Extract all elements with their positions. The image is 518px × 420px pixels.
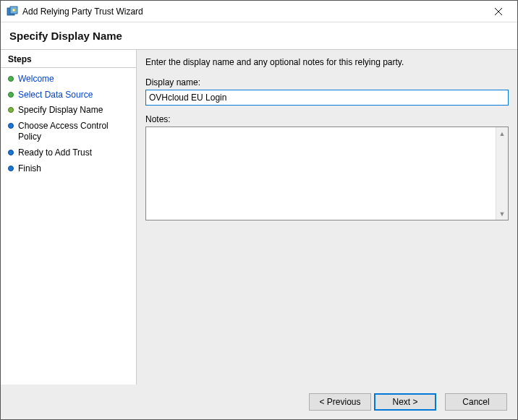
scroll-down-icon: ▼: [496, 207, 508, 220]
cancel-button[interactable]: Cancel: [445, 393, 507, 411]
steps-sidebar: Steps Welcome Select Data Source Specify…: [1, 50, 137, 385]
next-button[interactable]: Next >: [374, 393, 436, 411]
notes-scrollbar[interactable]: ▲ ▼: [496, 127, 508, 220]
window-title: Add Relying Party Trust Wizard: [22, 7, 484, 17]
step-bullet-icon: [8, 107, 14, 113]
svg-point-2: [12, 9, 15, 12]
step-bullet-icon: [8, 150, 14, 155]
step-label: Welcome: [18, 74, 54, 85]
step-bullet-icon: [8, 123, 14, 129]
notes-label: Notes:: [145, 114, 509, 124]
wizard-footer: < Previous Next > Cancel: [1, 385, 517, 419]
nav-button-group: < Previous Next >: [309, 393, 436, 411]
page-title: Specify Display Name: [9, 30, 509, 42]
step-label: Specify Display Name: [18, 105, 103, 116]
step-label: Finish: [18, 163, 41, 175]
step-label: Select Data Source: [18, 90, 93, 101]
step-bullet-icon: [8, 92, 14, 98]
step-specify-display-name: Specify Display Name: [5, 103, 133, 119]
previous-button[interactable]: < Previous: [309, 393, 371, 411]
content-pane: Enter the display name and any optional …: [137, 50, 517, 385]
step-ready-to-add-trust: Ready to Add Trust: [5, 146, 133, 162]
notes-textarea[interactable]: [146, 127, 496, 220]
notes-field-wrap: ▲ ▼: [145, 127, 509, 220]
step-bullet-icon: [8, 76, 14, 82]
page-header: Specify Display Name: [1, 22, 517, 50]
steps-list: Welcome Select Data Source Specify Displ…: [1, 68, 136, 181]
app-icon: [7, 6, 18, 17]
wizard-body: Steps Welcome Select Data Source Specify…: [1, 50, 517, 385]
scroll-up-icon: ▲: [496, 127, 508, 140]
instruction-text: Enter the display name and any optional …: [145, 57, 509, 67]
step-label: Choose Access Control Policy: [18, 121, 132, 143]
display-name-label: Display name:: [145, 77, 509, 87]
close-icon: [495, 8, 502, 15]
close-button[interactable]: [484, 1, 513, 22]
step-choose-access-control-policy: Choose Access Control Policy: [5, 119, 133, 146]
steps-heading: Steps: [1, 50, 136, 68]
step-select-data-source[interactable]: Select Data Source: [5, 88, 133, 104]
step-welcome[interactable]: Welcome: [5, 72, 133, 88]
step-label: Ready to Add Trust: [18, 147, 92, 159]
step-finish: Finish: [5, 162, 133, 178]
wizard-window: Add Relying Party Trust Wizard Specify D…: [0, 0, 518, 420]
titlebar: Add Relying Party Trust Wizard: [1, 1, 517, 22]
display-name-input[interactable]: [145, 90, 509, 106]
step-bullet-icon: [8, 166, 14, 171]
